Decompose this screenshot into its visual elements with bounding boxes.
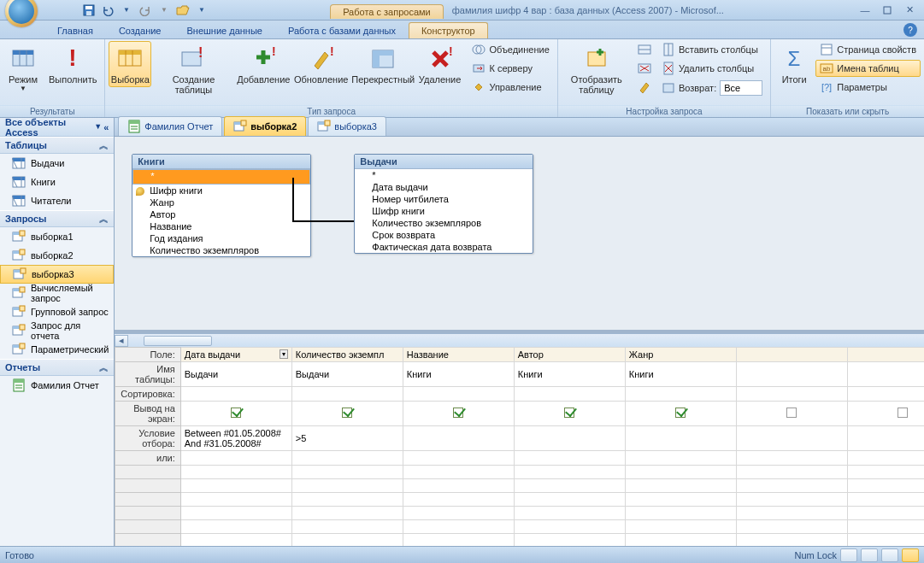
relationship-pane[interactable]: Книги *Шифр книгиЖанрАвторНазваниеГод из… [115,137,924,333]
qbe-cell[interactable] [514,534,625,547]
field-row[interactable]: Количество экземпляров [132,244,310,256]
checkbox-icon[interactable] [453,408,463,418]
nav-item[interactable]: Читатели [0,191,114,210]
checkbox-icon[interactable] [564,408,574,418]
qbe-cell[interactable] [736,426,847,451]
qbe-cell[interactable] [291,534,403,547]
qbe-cell[interactable] [736,534,847,547]
maximize-button[interactable] [878,3,897,17]
qbe-cell[interactable] [736,520,847,534]
checkbox-icon[interactable] [231,408,241,418]
qbe-cell[interactable] [625,493,736,507]
qbe-cell[interactable] [403,534,514,547]
nav-item[interactable]: выборка1 [0,227,114,246]
undo-icon[interactable] [101,3,115,17]
qbe-cell[interactable] [291,451,403,466]
qbe-cell[interactable] [514,479,625,493]
tab-design[interactable]: Конструктор [409,22,488,38]
qat-customize-icon[interactable]: ▼ [195,3,209,17]
field-row[interactable]: * [355,169,533,181]
qbe-cell[interactable] [514,402,625,426]
qbe-cell[interactable]: Between #01.05.2008# And #31.05.2008# [180,426,291,451]
nav-item[interactable]: выборка2 [0,246,114,265]
qbe-cell[interactable] [180,451,291,466]
table-names-button[interactable]: abИмена таблиц [815,60,921,77]
qbe-cell[interactable] [736,493,847,507]
undo-dropdown-icon[interactable]: ▼ [120,3,133,17]
qbe-cell[interactable] [291,387,403,402]
run-button[interactable]: !Выполнить [44,41,101,87]
qbe-cell[interactable]: Книги [403,362,514,387]
qbe-cell[interactable] [291,479,403,493]
insert-cols-button[interactable]: Вставить столбцы [657,41,767,58]
view-sql-button[interactable] [861,548,878,562]
qbe-cell[interactable] [403,507,514,520]
qbe-cell[interactable] [625,426,736,451]
tab-home[interactable]: Главная [44,22,106,38]
qbe-cell[interactable] [625,507,736,520]
field-row[interactable]: Дата выдачи [355,181,533,193]
upper-scrollbar[interactable]: ◂ ▸ [115,333,924,347]
qbe-cell[interactable] [291,520,403,534]
field-row[interactable]: * [132,169,310,185]
make-table-button[interactable]: !Создание таблицы [153,41,234,97]
qbe-cell[interactable] [514,426,625,451]
qbe-cell[interactable] [847,466,924,479]
select-query-button[interactable]: Выборка [109,41,151,87]
qbe-cell[interactable] [847,493,924,507]
delete-cols-button[interactable]: Удалить столбцы [657,60,767,77]
append-button[interactable]: !Добавление [236,41,291,87]
checkbox-icon[interactable] [342,408,352,418]
qbe-cell[interactable] [736,348,847,362]
qbe-cell[interactable] [403,451,514,466]
qbe-cell[interactable] [625,466,736,479]
nav-item[interactable]: Книги [0,173,114,191]
builder-button[interactable] [633,79,656,96]
qbe-cell[interactable] [180,402,291,426]
qbe-cell[interactable] [291,493,403,507]
qbe-cell[interactable] [180,520,291,534]
redo-dropdown-icon[interactable]: ▼ [157,3,171,17]
qbe-cell[interactable] [625,479,736,493]
qbe-cell[interactable] [514,451,625,466]
qbe-cell[interactable] [847,426,924,451]
qbe-cell[interactable] [403,402,514,426]
qbe-cell[interactable] [736,362,847,387]
nav-item[interactable]: Запрос для отчета [0,321,114,340]
field-row[interactable]: Срок возврата [355,229,533,241]
show-table-button[interactable]: Отобразить таблицу [562,41,632,97]
doc-tab[interactable]: Фамилия Отчет [118,116,222,136]
qbe-cell[interactable]: Выдачи [291,362,403,387]
qbe-cell[interactable]: Количество экземпл [291,348,403,362]
qbe-cell[interactable]: Выдачи [180,362,291,387]
table-box-issues[interactable]: Выдачи *Дата выдачиНомер читбилетаШифр к… [354,154,533,254]
qbe-cell[interactable] [514,466,625,479]
nav-group-reports[interactable]: Отчеты︽ [0,359,114,376]
save-icon[interactable] [82,3,96,17]
qbe-cell[interactable] [847,520,924,534]
qbe-cell[interactable] [736,402,847,426]
field-row[interactable]: Жанр [132,196,310,208]
nav-group-queries[interactable]: Запросы︽ [0,210,114,227]
field-row[interactable]: Шифр книги [355,205,533,217]
field-row[interactable]: Год издания [132,232,310,244]
field-row[interactable]: Номер читбилета [355,193,533,205]
minimize-button[interactable]: — [856,3,874,17]
return-select[interactable] [720,80,762,96]
nav-item[interactable]: выборка3 [0,265,114,284]
table-box-books[interactable]: Книги *Шифр книгиЖанрАвторНазваниеГод из… [132,154,311,257]
qbe-cell[interactable]: Книги [625,362,736,387]
qbe-cell[interactable] [736,466,847,479]
insert-rows-button[interactable] [633,41,656,58]
qbe-cell[interactable] [847,362,924,387]
qbe-cell[interactable] [514,493,625,507]
union-button[interactable]: Объединение [468,41,553,58]
field-row[interactable]: Шифр книги [132,185,310,196]
qbe-cell[interactable] [403,479,514,493]
qbe-cell[interactable] [847,507,924,520]
qbe-cell[interactable] [291,466,403,479]
qbe-cell[interactable] [736,451,847,466]
qbe-cell[interactable] [625,520,736,534]
qbe-cell[interactable] [847,451,924,466]
qbe-cell[interactable]: Автор [514,348,625,362]
